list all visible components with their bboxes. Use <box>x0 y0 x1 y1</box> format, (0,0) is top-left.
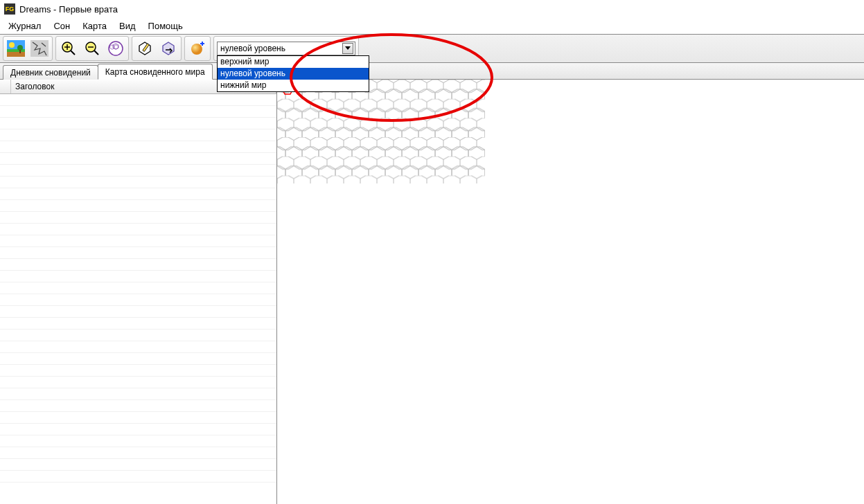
chevron-down-icon <box>345 46 351 51</box>
hex-map[interactable] <box>277 80 485 183</box>
zoom-in-icon <box>60 40 77 57</box>
title-bar: FG Dreams - Первые врата <box>0 0 864 18</box>
toolbar-group-level: нулевой уровень верхний мир нулевой уров… <box>213 36 359 61</box>
list-row[interactable] <box>0 200 276 212</box>
level-option-lower[interactable]: нижний мир <box>218 80 369 91</box>
hex-grid-icon <box>107 40 124 57</box>
zoom-in-button[interactable] <box>58 38 80 59</box>
content-area: Заголовок <box>0 80 864 504</box>
list-row[interactable] <box>0 259 276 271</box>
list-row[interactable] <box>0 247 276 259</box>
list-row[interactable] <box>0 282 276 294</box>
toolbar: нулевой уровень верхний мир нулевой уров… <box>0 34 864 63</box>
list-row[interactable] <box>0 424 276 435</box>
list-row[interactable] <box>0 235 276 247</box>
list-row[interactable] <box>0 94 276 106</box>
menu-help[interactable]: Помощь <box>143 19 188 33</box>
edit-hex-button[interactable] <box>134 38 156 59</box>
svg-marker-20 <box>163 42 174 55</box>
hex-link-icon <box>160 40 177 57</box>
list-row[interactable] <box>0 459 276 471</box>
view-tabs: Дневник сновидений Карта сновиденного ми… <box>0 63 864 80</box>
list-row[interactable] <box>0 271 276 282</box>
list-row[interactable] <box>0 141 276 153</box>
list-row[interactable] <box>0 377 276 388</box>
svg-point-1 <box>9 42 15 48</box>
zoom-out-button[interactable] <box>81 38 103 59</box>
tab-dream-map[interactable]: Карта сновиденного мира <box>98 64 213 80</box>
menu-journal[interactable]: Журнал <box>3 19 46 33</box>
list-row[interactable] <box>0 306 276 318</box>
list-row[interactable] <box>0 224 276 235</box>
menu-bar: Журнал Сон Карта Вид Помощь <box>0 18 864 34</box>
list-header-spacer[interactable] <box>0 80 11 93</box>
level-combobox[interactable]: нулевой уровень верхний мир нулевой уров… <box>217 42 355 55</box>
list-row[interactable] <box>0 447 276 459</box>
list-row[interactable] <box>0 330 276 341</box>
map-panel[interactable] <box>277 80 864 504</box>
window-title: Dreams - Первые врата <box>19 4 118 15</box>
list-row[interactable] <box>0 318 276 330</box>
tab-dream-diary[interactable]: Дневник сновидений <box>3 65 98 80</box>
svg-rect-3 <box>7 49 25 52</box>
menu-map[interactable]: Карта <box>77 19 112 33</box>
svg-point-21 <box>191 44 202 55</box>
list-row[interactable] <box>0 294 276 306</box>
zoom-out-icon <box>84 40 100 57</box>
cracked-ground-icon <box>30 40 49 57</box>
toolbar-group-zoom <box>55 36 129 61</box>
sphere-plus-icon <box>189 40 206 57</box>
link-hex-button[interactable] <box>157 38 179 59</box>
list-row[interactable] <box>0 129 276 141</box>
terrain-button[interactable] <box>28 38 51 59</box>
svg-point-4 <box>17 45 23 51</box>
list-row[interactable] <box>0 165 276 177</box>
level-option-upper[interactable]: верхний мир <box>218 56 369 68</box>
menu-view[interactable]: Вид <box>114 19 141 33</box>
list-row[interactable] <box>0 212 276 224</box>
level-combobox-button[interactable] <box>342 43 353 54</box>
sun-tree-icon <box>7 40 25 57</box>
level-option-zero[interactable]: нулевой уровень <box>218 68 369 80</box>
level-combobox-value: нулевой уровень <box>220 44 285 53</box>
day-scene-button[interactable] <box>5 38 27 59</box>
level-combobox-list: верхний мир нулевой уровень нижний мир <box>217 55 369 92</box>
list-row[interactable] <box>0 153 276 165</box>
menu-sleep[interactable]: Сон <box>48 19 76 33</box>
toolbar-group-add <box>184 36 211 61</box>
svg-line-8 <box>71 51 75 55</box>
toolbar-group-scene <box>3 36 53 61</box>
hex-pencil-icon <box>136 40 153 57</box>
list-row[interactable] <box>0 365 276 377</box>
svg-line-12 <box>94 51 98 55</box>
list-row[interactable] <box>0 106 276 118</box>
list-row[interactable] <box>0 341 276 353</box>
list-row[interactable] <box>0 435 276 447</box>
list-row[interactable] <box>0 118 276 129</box>
add-sphere-button[interactable] <box>186 38 209 59</box>
list-row[interactable] <box>0 188 276 200</box>
hex-zoom-button[interactable] <box>105 38 127 59</box>
list-row[interactable] <box>0 388 276 400</box>
app-icon: FG <box>4 3 15 15</box>
list-row[interactable] <box>0 412 276 424</box>
toolbar-group-edit <box>132 36 182 61</box>
list-row[interactable] <box>0 353 276 365</box>
list-body[interactable] <box>0 94 276 504</box>
list-row[interactable] <box>0 177 276 188</box>
svg-rect-5 <box>19 50 21 53</box>
list-row[interactable] <box>0 471 276 483</box>
list-row[interactable] <box>0 400 276 412</box>
left-panel: Заголовок <box>0 80 277 504</box>
svg-rect-28 <box>277 80 485 183</box>
